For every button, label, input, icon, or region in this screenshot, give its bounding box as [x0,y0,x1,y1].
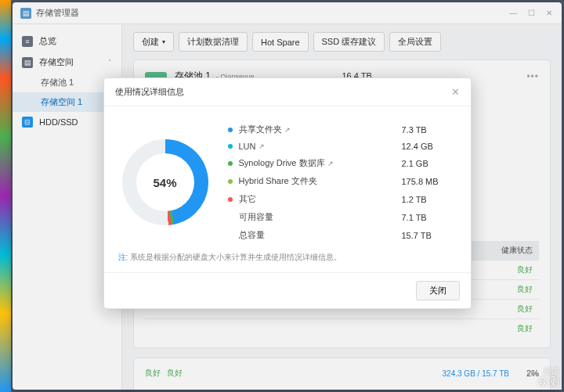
dot-icon [228,197,233,202]
legend-row-lun: LUN↗ 12.4 GB [228,138,457,154]
external-link-icon[interactable]: ↗ [258,142,265,150]
watermark: 新浪 众测 [537,367,559,387]
legend-row-total: 总容量 15.7 TB [228,226,457,244]
legend-row-hybrid: Hybrid Share 文件夹 175.8 MB [228,172,457,190]
legend-row-other: 其它 1.2 TB [228,190,457,208]
dot-icon [228,144,233,149]
external-link-icon[interactable]: ↗ [284,126,291,134]
legend-row-shared: 共享文件夹↗ 7.3 TB [228,120,457,138]
donut-percent: 54% [153,176,176,189]
legend-row-free: 可用容量 7.1 TB [228,208,457,226]
modal-title: 使用情况详细信息 [115,86,184,98]
modal-overlay: 使用情况详细信息 ✕ 54% 共享文件夹↗ 7.3 TB [13,2,562,390]
dot-icon [228,128,233,132]
dot-icon [228,161,233,166]
dot-icon [228,179,233,184]
desktop-dock-strip [0,0,11,392]
modal-close-icon[interactable]: ✕ [451,86,460,98]
usage-details-modal: 使用情况详细信息 ✕ 54% 共享文件夹↗ 7.3 TB [103,77,472,309]
legend-row-drive: Synology Drive 数据库↗ 2.1 GB [228,154,457,172]
external-link-icon[interactable]: ↗ [327,160,334,167]
modal-close-button[interactable]: 关闭 [416,281,460,300]
dot-icon [228,233,233,238]
storage-manager-window: 存储管理器 — ☐ ✕ ≡ 总览 ▤ 存储空间 ˄ 存储池 1 存储空间 1 ⊟… [13,2,562,390]
modal-note: 注: 系统是根据分配的硬盘大小来计算并生成使用情况详细信息。 [104,252,471,272]
usage-legend: 共享文件夹↗ 7.3 TB LUN↗ 12.4 GB Synology Driv… [228,120,457,244]
dot-icon [228,215,233,220]
usage-donut-chart: 54% [122,139,208,225]
